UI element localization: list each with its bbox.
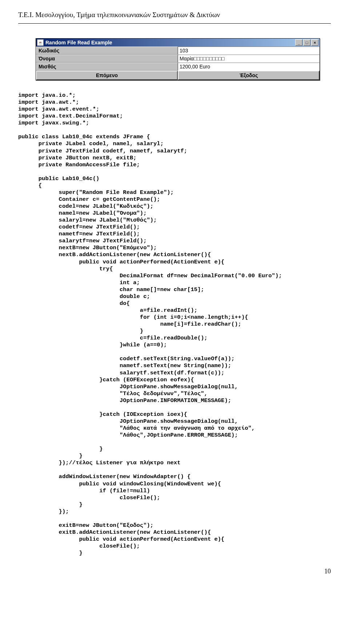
form-grid: Κωδικός 103 Όνομα Μαρία□□□□□□□□□□ Μισθός… <box>36 47 320 71</box>
exit-button[interactable]: Έξοδος <box>178 71 320 80</box>
java-cup-icon: ☕ <box>37 39 44 46</box>
field-code[interactable]: 103 <box>178 47 320 55</box>
java-source-code: import java.io.*; import java.awt.*; imp… <box>18 92 331 557</box>
label-salary: Μισθός <box>36 63 178 71</box>
next-button[interactable]: Επόμενο <box>36 71 178 80</box>
page-header: Τ.Ε.Ι. Μεσολογγίου, Τμήμα τηλεπικοινωνια… <box>18 11 331 19</box>
page-number: 10 <box>18 568 331 575</box>
java-window: ☕ Random File Read Example _ □ × Κωδικός… <box>36 38 320 80</box>
close-button[interactable]: × <box>311 39 318 46</box>
button-row: Επόμενο Έξοδος <box>36 71 320 80</box>
label-name: Όνομα <box>36 55 178 63</box>
minimize-button[interactable]: _ <box>295 39 302 46</box>
window-controls: _ □ × <box>295 39 318 46</box>
field-name[interactable]: Μαρία□□□□□□□□□□ <box>178 55 320 63</box>
header-underline <box>18 19 331 24</box>
label-code: Κωδικός <box>36 47 178 55</box>
window-title: Random File Read Example <box>45 40 295 45</box>
maximize-button[interactable]: □ <box>303 39 310 46</box>
window-titlebar: ☕ Random File Read Example _ □ × <box>36 39 320 47</box>
field-salary[interactable]: 1200,00 Euro <box>178 63 320 71</box>
